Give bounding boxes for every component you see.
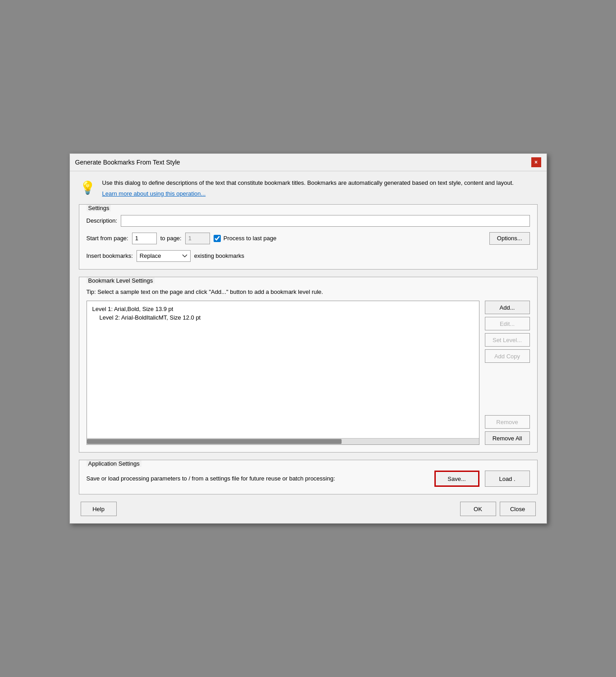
to-page-input	[185, 233, 210, 244]
process-to-last-page-checkbox[interactable]	[214, 235, 221, 242]
insert-mode-select[interactable]: Replace Add Merge	[137, 250, 191, 262]
settings-legend: Settings	[87, 205, 111, 211]
horizontal-scrollbar[interactable]	[87, 438, 479, 444]
bookmark-item-level2: Level 2: Arial-BoldItalicMT, Size 12.0 p…	[91, 313, 475, 322]
bookmark-item-level1: Level 1: Arial,Bold, Size 13.9 pt	[91, 305, 475, 313]
dialog-body: 💡 Use this dialog to define descriptions…	[70, 171, 547, 523]
description-input[interactable]	[121, 215, 529, 227]
remove-button[interactable]: Remove	[485, 415, 530, 429]
description-row: Description:	[87, 215, 530, 227]
existing-bookmarks-label: existing bookmarks	[194, 252, 244, 259]
app-settings-content: Save or load processing parameters to / …	[87, 471, 530, 487]
bookmark-tip: Tip: Select a sample text on the page an…	[87, 288, 530, 297]
set-level-button[interactable]: Set Level...	[485, 333, 530, 347]
bulb-icon: 💡	[79, 178, 97, 197]
main-dialog: Generate Bookmarks From Text Style × 💡 U…	[69, 153, 547, 524]
bookmark-list-wrapper: Level 1: Arial,Bold, Size 13.9 pt Level …	[87, 301, 479, 445]
info-section: 💡 Use this dialog to define descriptions…	[79, 178, 538, 197]
options-button[interactable]: Options...	[489, 232, 530, 245]
start-from-page-label: Start from page:	[87, 235, 128, 242]
bottom-right-buttons: OK Close	[460, 502, 536, 516]
bookmark-content: Level 1: Arial,Bold, Size 13.9 pt Level …	[87, 301, 530, 445]
scrollbar-thumb	[87, 439, 342, 444]
process-to-last-page-row: Process to last page	[214, 235, 277, 242]
close-dialog-button[interactable]: Close	[500, 502, 536, 516]
description-label: Description:	[87, 217, 118, 224]
to-page-label: to page:	[160, 235, 182, 242]
process-to-last-page-label: Process to last page	[224, 235, 277, 242]
dialog-title: Generate Bookmarks From Text Style	[75, 159, 180, 166]
insert-bookmarks-row: Insert bookmarks: Replace Add Merge exis…	[87, 250, 530, 262]
title-bar: Generate Bookmarks From Text Style ×	[70, 154, 547, 171]
settings-section: Settings Description: Start from page: t…	[79, 204, 538, 270]
bottom-buttons: Help OK Close	[79, 502, 538, 516]
learn-more-link[interactable]: Learn more about using this operation...	[102, 190, 206, 197]
bookmark-buttons: Add... Edit... Set Level... Add Copy Rem…	[485, 301, 530, 445]
edit-button[interactable]: Edit...	[485, 317, 530, 330]
title-close-button[interactable]: ×	[531, 157, 541, 167]
page-range-row: Start from page: to page: Process to las…	[87, 232, 530, 245]
help-button[interactable]: Help	[81, 502, 117, 516]
insert-bookmarks-label: Insert bookmarks:	[87, 252, 133, 259]
add-copy-button[interactable]: Add Copy	[485, 349, 530, 363]
bookmark-level-section: Bookmark Level Settings Tip: Select a sa…	[79, 277, 538, 453]
bookmark-level-legend: Bookmark Level Settings	[87, 277, 155, 284]
start-page-input[interactable]	[132, 233, 157, 244]
bookmark-list-items: Level 1: Arial,Bold, Size 13.9 pt Level …	[89, 303, 477, 331]
app-settings-legend: Application Settings	[87, 460, 141, 467]
info-text-block: Use this dialog to define descriptions o…	[102, 178, 538, 197]
ok-button[interactable]: OK	[460, 502, 496, 516]
add-button[interactable]: Add...	[485, 301, 530, 314]
remove-all-button[interactable]: Remove All	[485, 431, 530, 445]
app-settings-section: Application Settings Save or load proces…	[79, 460, 538, 494]
info-description: Use this dialog to define descriptions o…	[102, 178, 538, 188]
app-settings-description: Save or load processing parameters to / …	[87, 474, 429, 483]
save-button[interactable]: Save...	[434, 471, 479, 487]
settings-grid: Description: Start from page: to page: P…	[87, 215, 530, 262]
load-button[interactable]: Load .	[485, 471, 530, 487]
